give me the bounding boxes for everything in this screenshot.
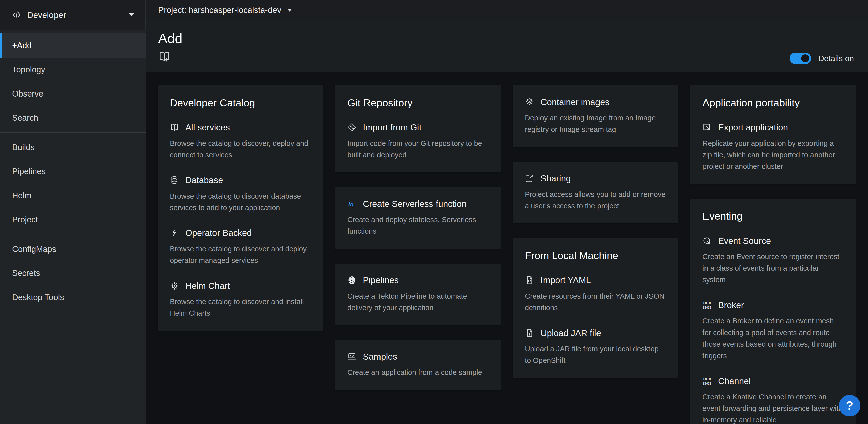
add-item-label: Import YAML (540, 275, 591, 285)
add-item-operator-backed[interactable]: Operator BackedBrowse the catalog to dis… (170, 228, 311, 266)
add-item-description: Create an application from a code sample (347, 367, 489, 378)
card-title: Eventing (703, 210, 844, 222)
card-title: Developer Catalog (170, 97, 311, 109)
add-item-label: Event Source (718, 236, 771, 246)
add-item-label: Broker (718, 300, 744, 310)
container-images-icon (525, 97, 534, 107)
add-item-event-source[interactable]: Event SourceCreate an Event source to re… (703, 236, 844, 285)
add-item-description: Browse the catalog to discover and deplo… (170, 243, 311, 266)
sidebar-nav: +AddTopologyObserveSearchBuildsPipelines… (0, 30, 146, 309)
sidebar-item-secrets[interactable]: Secrets (0, 261, 146, 285)
add-item-label: Pipelines (363, 275, 399, 285)
chevron-down-icon (287, 9, 292, 11)
card-column-4: Application portabilityExport applicatio… (690, 85, 856, 424)
add-item-description: Upload a JAR file from your local deskto… (525, 343, 666, 366)
sidebar-item-project[interactable]: Project (0, 207, 146, 232)
svg-text:IIOII: IIOII (703, 381, 711, 385)
add-item-create-serverless-function[interactable]: fnCreate Serverless functionCreate and d… (347, 199, 489, 237)
sidebar-item-configmaps[interactable]: ConfigMaps (0, 237, 146, 261)
add-item-upload-jar-file[interactable]: Upload JAR fileUpload a JAR file from yo… (525, 328, 666, 366)
event-source-icon (703, 236, 712, 245)
card-git-repository: Git RepositoryImport from GitImport code… (335, 85, 501, 172)
card-column-3: Container imagesDeploy an existing Image… (513, 85, 678, 424)
project-selector-label: Project: harshcasper-localsta-dev (158, 5, 281, 15)
add-item-label: Helm Chart (185, 281, 230, 291)
add-item-description: Replicate your application by exporting … (703, 138, 844, 172)
add-item-description: Project access allows you to add or remo… (525, 189, 666, 211)
details-toggle-knob (801, 54, 809, 62)
add-item-label: Upload JAR file (540, 328, 601, 338)
help-button[interactable]: ? (839, 395, 861, 417)
perspective-switcher[interactable]: Developer (0, 0, 146, 30)
openshift-developer-console: Developer +AddTopologyObserveSearchBuild… (0, 0, 868, 424)
card-title: From Local Machine (525, 250, 666, 262)
add-item-database[interactable]: DatabaseBrowse the catalog to discover d… (170, 175, 311, 214)
sidebar-divider (0, 234, 146, 234)
broker-icon: IOIOIIOII (703, 301, 712, 310)
add-item-samples[interactable]: SamplesCreate an application from a code… (347, 351, 489, 378)
sidebar-item-search[interactable]: Search (0, 106, 146, 130)
card-create-serverless-function: fnCreate Serverless functionCreate and d… (335, 187, 501, 249)
helm-icon (170, 281, 179, 290)
add-item-label: Container images (540, 97, 609, 107)
add-item-sharing[interactable]: SharingProject access allows you to add … (525, 173, 666, 211)
add-item-label: Create Serverless function (363, 199, 466, 209)
sidebar-item-observe[interactable]: Observe (0, 82, 146, 106)
add-item-description: Browse the catalog to discover, deploy a… (170, 138, 311, 161)
page-title: Add (158, 30, 854, 47)
details-toggle-label: Details on (818, 54, 854, 63)
add-item-label: Samples (363, 351, 397, 362)
export-icon (703, 123, 712, 132)
add-item-export-application[interactable]: Export applicationReplicate your applica… (703, 122, 844, 172)
card-developer-catalog: Developer CatalogAll servicesBrowse the … (158, 85, 323, 331)
sidebar-item-builds[interactable]: Builds (0, 135, 146, 159)
card-title: Application portability (703, 97, 844, 109)
add-item-description: Create a Knative Channel to create an ev… (703, 391, 844, 424)
add-item-broker[interactable]: IOIOIIOIIBrokerCreate a Broker to define… (703, 300, 844, 361)
svg-text:IIOII: IIOII (703, 306, 711, 309)
add-item-helm-chart[interactable]: Helm ChartBrowse the catalog to discover… (170, 281, 311, 319)
sidebar-item-topology[interactable]: Topology (0, 58, 146, 82)
details-toggle-group: Details on (789, 53, 854, 64)
card-container-images: Container imagesDeploy an existing Image… (513, 85, 678, 147)
sidebar: Developer +AddTopologyObserveSearchBuild… (0, 0, 146, 424)
sidebar-item-helm[interactable]: Helm (0, 183, 146, 207)
yaml-file-icon (525, 276, 534, 285)
function-icon: fn (347, 199, 356, 208)
chevron-down-icon (129, 13, 134, 16)
page-header: Add Details on (146, 20, 868, 73)
add-item-channel[interactable]: IOIOIIOIIChannelCreate a Knative Channel… (703, 376, 844, 424)
samples-icon (347, 352, 356, 361)
add-item-all-services[interactable]: All servicesBrowse the catalog to discov… (170, 122, 311, 161)
question-mark-icon: ? (846, 399, 853, 412)
book-icon (170, 123, 179, 132)
sharing-icon (525, 174, 534, 183)
project-selector[interactable]: Project: harshcasper-localsta-dev (146, 0, 868, 20)
card-sharing: SharingProject access allows you to add … (513, 162, 678, 223)
add-item-label: All services (185, 122, 230, 133)
sidebar-item-add[interactable]: +Add (0, 33, 146, 58)
card-from-local-machine: From Local MachineImport YAMLCreate reso… (513, 238, 678, 378)
add-item-import-from-git[interactable]: Import from GitImport code from your Git… (347, 122, 489, 161)
bolt-icon (170, 228, 179, 237)
svg-text:fn: fn (348, 201, 353, 207)
card-pipelines: PipelinesCreate a Tekton Pipeline to aut… (335, 264, 501, 325)
add-item-description: Create resources from their YAML or JSON… (525, 290, 666, 313)
sidebar-item-desktop-tools[interactable]: Desktop Tools (0, 285, 146, 309)
details-toggle[interactable] (789, 53, 811, 64)
catalog-book-plus-icon[interactable] (158, 51, 170, 64)
add-item-label: Database (185, 175, 223, 185)
add-item-description: Create and deploy stateless, Serverless … (347, 214, 489, 237)
add-item-label: Channel (718, 376, 751, 386)
card-title: Git Repository (347, 97, 489, 109)
add-item-description: Import code from your Git repository to … (347, 138, 489, 161)
card-eventing: EventingEvent SourceCreate an Event sour… (690, 199, 856, 424)
add-item-container-images[interactable]: Container imagesDeploy an existing Image… (525, 97, 666, 135)
add-item-label: Export application (718, 122, 788, 133)
sidebar-item-pipelines[interactable]: Pipelines (0, 159, 146, 183)
add-item-pipelines[interactable]: PipelinesCreate a Tekton Pipeline to aut… (347, 275, 489, 313)
add-item-description: Browse the catalog to discover and insta… (170, 296, 311, 319)
add-item-description: Browse the catalog to discover database … (170, 190, 311, 214)
pipelines-icon (347, 276, 356, 285)
add-item-import-yaml[interactable]: Import YAMLCreate resources from their Y… (525, 275, 666, 313)
